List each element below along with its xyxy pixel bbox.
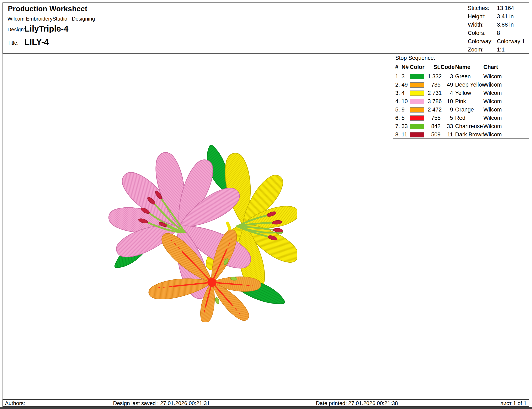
app-name: Wilcom EmbroideryStudio - Designing — [8, 16, 95, 22]
design-name: LilyTriple-4 — [25, 24, 68, 33]
col-header-name: Name — [453, 64, 482, 70]
seq-color-cell — [410, 90, 428, 96]
stat-value: 8 — [497, 30, 500, 36]
seq-color-cell — [410, 123, 428, 129]
seq-needle: 9 — [401, 107, 410, 113]
design-preview — [102, 143, 297, 322]
stat-value: 3.41 in — [497, 13, 514, 20]
seq-chart: Wilcom — [482, 107, 528, 113]
stop-sequence-panel: Stop Sequence: # N# Color St. Code Name … — [393, 54, 529, 139]
seq-stitches: 509 — [428, 131, 441, 138]
color-swatch — [410, 115, 424, 121]
color-swatch — [410, 124, 424, 129]
seq-code: 11 — [441, 131, 453, 138]
color-swatch — [410, 91, 424, 96]
seq-order: 1. — [395, 73, 401, 80]
seq-code: 9 — [441, 107, 453, 113]
seq-chart: Wilcom — [482, 123, 528, 129]
color-swatch — [410, 132, 424, 137]
stat-row: Colorway:Colorway 1 — [468, 37, 525, 45]
last-saved-text: Design last saved : 27.01.2026 00:21:31 — [113, 400, 210, 406]
authors-label: Authors: — [5, 400, 25, 406]
seq-stitches: 1 332 — [428, 73, 441, 80]
date-printed-text: Date printed: 27.01.2026 00:21:38 — [316, 400, 398, 406]
title-label: Title: — [8, 40, 19, 46]
stat-label: Stitches: — [468, 5, 497, 11]
seq-needle: 49 — [401, 82, 410, 88]
seq-color-cell — [410, 131, 428, 138]
col-header-order: # — [395, 64, 401, 70]
seq-chart: Wilcom — [482, 73, 528, 80]
seq-name: Yellow — [453, 90, 482, 96]
seq-color-cell — [410, 98, 428, 105]
seq-code: 49 — [441, 82, 453, 88]
seq-color-cell — [410, 73, 428, 80]
seq-order: 3. — [395, 90, 401, 96]
stop-sequence-title: Stop Sequence: — [395, 55, 435, 61]
stat-value: 3.88 in — [497, 22, 514, 28]
seq-stitches: 735 — [428, 82, 441, 88]
stat-row: Stitches:13 164 — [468, 4, 514, 12]
sheet-number: лист 1 of 1 — [500, 400, 527, 406]
col-header-stitches: St. — [428, 64, 441, 70]
seq-name: Dark Brown — [453, 131, 482, 138]
seq-order: 2. — [395, 82, 401, 88]
stat-label: Colors: — [468, 30, 497, 36]
stop-sequence-row: 7.3384233ChartreuseWilcom — [395, 122, 528, 130]
stat-label: Zoom: — [468, 46, 497, 53]
seq-name: Orange — [453, 107, 482, 113]
seq-needle: 3 — [401, 73, 410, 80]
seq-stitches: 2 731 — [428, 90, 441, 96]
seq-order: 5. — [395, 107, 401, 113]
seq-code: 3 — [441, 73, 453, 80]
color-swatch — [410, 74, 424, 79]
production-worksheet-page: { "header": { "title": "Production Works… — [0, 0, 532, 409]
seq-needle: 11 — [401, 131, 410, 138]
stop-sequence-row: 8.1150911Dark BrownWilcom — [395, 130, 528, 139]
stop-sequence-header-row: # N# Color St. Code Name Chart — [395, 64, 528, 70]
footer-section: Authors: Design last saved : 27.01.2026 … — [2, 399, 529, 407]
stat-label: Colorway: — [468, 38, 497, 45]
color-swatch — [410, 107, 424, 112]
seq-code: 4 — [441, 90, 453, 96]
stop-sequence-row: 5.92 4729OrangeWilcom — [395, 105, 528, 114]
stat-row: Width:3.88 in — [468, 21, 514, 29]
seq-chart: Wilcom — [482, 90, 528, 96]
design-label: Design: — [8, 27, 25, 33]
stop-sequence-row: 4.103 78610PinkWilcom — [395, 97, 528, 105]
color-swatch — [410, 99, 424, 104]
seq-color-cell — [410, 115, 428, 121]
seq-chart: Wilcom — [482, 115, 528, 121]
seq-needle: 33 — [401, 123, 410, 129]
design-stats-box: Stitches:13 164Height:3.41 inWidth:3.88 … — [465, 2, 529, 54]
seq-order: 6. — [395, 115, 401, 121]
design-title: LILY-4 — [25, 37, 49, 47]
seq-order: 8. — [395, 131, 401, 138]
seq-name: Red — [453, 115, 482, 121]
stat-row: Colors:8 — [468, 29, 500, 37]
stat-label: Height: — [468, 13, 497, 20]
header-section: Production Worksheet Wilcom EmbroiderySt… — [2, 2, 529, 54]
seq-code: 33 — [441, 123, 453, 129]
stat-value: 13 164 — [497, 5, 514, 11]
seq-needle: 5 — [401, 115, 410, 121]
seq-code: 5 — [441, 115, 453, 121]
seq-name: Chartreuse — [453, 123, 482, 129]
seq-stitches: 3 786 — [428, 98, 441, 105]
seq-needle: 4 — [401, 90, 410, 96]
stat-row: Height:3.41 in — [468, 12, 514, 20]
seq-name: Green — [453, 73, 482, 80]
seq-stitches: 2 472 — [428, 107, 441, 113]
seq-order: 4. — [395, 98, 401, 105]
seq-color-cell — [410, 107, 428, 113]
seq-stitches: 842 — [428, 123, 441, 129]
seq-chart: Wilcom — [482, 98, 528, 105]
seq-name: Pink — [453, 98, 482, 105]
seq-name: Deep Yellow — [453, 82, 482, 88]
seq-stitches: 755 — [428, 115, 441, 121]
stop-sequence-row: 3.42 7314YellowWilcom — [395, 89, 528, 97]
color-swatch — [410, 82, 424, 88]
col-header-code: Code — [441, 64, 453, 70]
stat-value: 1:1 — [497, 46, 505, 53]
seq-code: 10 — [441, 98, 453, 105]
